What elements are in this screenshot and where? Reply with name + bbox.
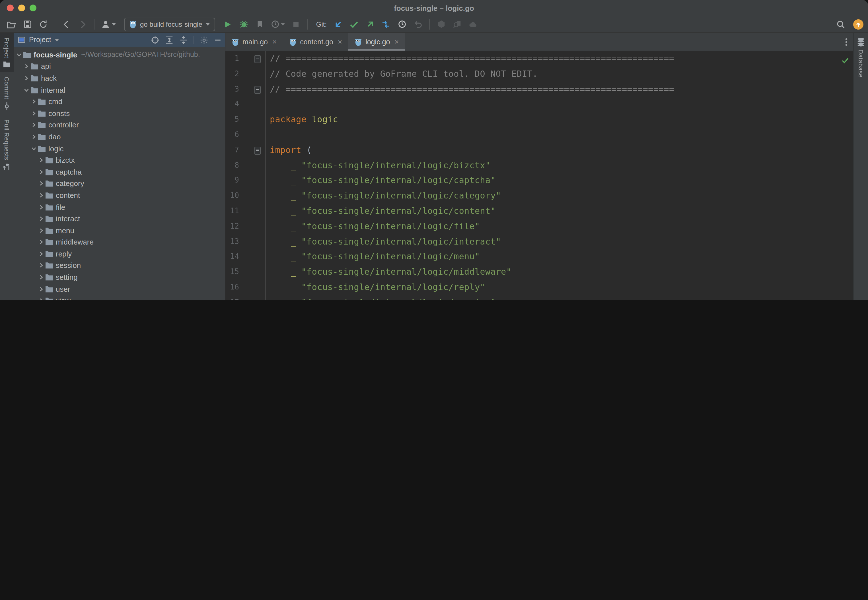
chevron-collapsed-icon[interactable] bbox=[23, 64, 30, 69]
stripe-tab-database[interactable]: Database bbox=[854, 33, 868, 82]
search-everywhere-icon[interactable] bbox=[834, 18, 848, 30]
chevron-expanded-icon[interactable] bbox=[23, 87, 30, 92]
forward-icon[interactable] bbox=[76, 18, 90, 30]
chevron-collapsed-icon[interactable] bbox=[38, 169, 45, 174]
tree-row-consts[interactable]: consts bbox=[14, 108, 225, 119]
fold-end-icon[interactable] bbox=[254, 86, 261, 94]
tree-row-category[interactable]: category bbox=[14, 178, 225, 189]
folder-icon bbox=[45, 156, 55, 164]
tree-row-captcha[interactable]: captcha bbox=[14, 166, 225, 178]
ide-update-icon[interactable] bbox=[853, 19, 863, 29]
git-update-icon[interactable] bbox=[331, 18, 345, 30]
tree-row-focus-single[interactable]: focus-single~/Workspace/Go/GOPATH/src/gi… bbox=[14, 49, 225, 61]
project-panel-title[interactable]: Project bbox=[29, 36, 51, 44]
open-icon[interactable] bbox=[5, 18, 18, 30]
tree-row-cmd[interactable]: cmd bbox=[14, 96, 225, 108]
history-icon[interactable] bbox=[395, 18, 409, 30]
stop-icon[interactable] bbox=[289, 18, 303, 30]
code-line-11: _ "focus-single/internal/logic/content" bbox=[266, 204, 853, 219]
tree-row-logic[interactable]: logic bbox=[14, 143, 225, 155]
chevron-collapsed-icon[interactable] bbox=[38, 240, 45, 245]
chevron-expanded-icon[interactable] bbox=[15, 52, 23, 58]
chevron-collapsed-icon[interactable] bbox=[30, 134, 38, 139]
git-commit-icon[interactable] bbox=[347, 18, 361, 30]
tab-options-icon[interactable] bbox=[839, 33, 853, 51]
tree-row-file[interactable]: file bbox=[14, 201, 225, 213]
chevron-collapsed-icon[interactable] bbox=[38, 193, 45, 198]
stripe-tab-commit[interactable]: Commit bbox=[0, 73, 14, 115]
tree-row-view[interactable]: view bbox=[14, 295, 225, 300]
gear-icon[interactable] bbox=[200, 36, 208, 44]
chevron-collapsed-icon[interactable] bbox=[38, 216, 45, 221]
chevron-collapsed-icon[interactable] bbox=[38, 298, 45, 300]
tree-row-reply[interactable]: reply bbox=[14, 248, 225, 260]
shelf-icon[interactable] bbox=[434, 18, 448, 30]
chevron-collapsed-icon[interactable] bbox=[38, 263, 45, 268]
save-icon[interactable] bbox=[20, 18, 34, 30]
expand-all-icon[interactable] bbox=[165, 36, 173, 44]
hide-panel-icon[interactable] bbox=[214, 36, 221, 44]
tree-row-dao[interactable]: dao bbox=[14, 131, 225, 142]
git-fetch-icon[interactable] bbox=[379, 18, 393, 30]
minimize-window-button[interactable] bbox=[18, 5, 25, 11]
tree-row-controller[interactable]: controller bbox=[14, 119, 225, 131]
code-editor[interactable]: 12345678910111213141516171819202122 // =… bbox=[225, 51, 853, 300]
close-window-button[interactable] bbox=[7, 5, 14, 11]
tree-row-setting[interactable]: setting bbox=[14, 271, 225, 283]
chevron-collapsed-icon[interactable] bbox=[30, 111, 38, 116]
chevron-collapsed-icon[interactable] bbox=[38, 252, 45, 256]
find-usages-icon[interactable] bbox=[450, 18, 464, 30]
chevron-collapsed-icon[interactable] bbox=[38, 181, 45, 186]
chevron-expanded-icon[interactable] bbox=[30, 146, 38, 151]
fold-start-icon[interactable] bbox=[254, 147, 261, 155]
collapse-all-icon[interactable] bbox=[179, 36, 188, 44]
editor-tab-content-go[interactable]: content.go× bbox=[283, 33, 348, 51]
chevron-collapsed-icon[interactable] bbox=[30, 99, 38, 104]
chevron-down-icon bbox=[281, 23, 285, 26]
chevron-collapsed-icon[interactable] bbox=[38, 275, 45, 280]
chevron-collapsed-icon[interactable] bbox=[23, 76, 30, 81]
tree-row-session[interactable]: session bbox=[14, 260, 225, 271]
chevron-down-icon[interactable] bbox=[55, 38, 59, 41]
stripe-tab-pull-requests[interactable]: Pull Requests bbox=[0, 115, 14, 176]
tree-row-hack[interactable]: hack bbox=[14, 72, 225, 84]
tree-row-content[interactable]: content bbox=[14, 189, 225, 201]
chevron-collapsed-icon[interactable] bbox=[38, 205, 45, 209]
tree-row-user[interactable]: user bbox=[14, 283, 225, 295]
cloud-icon[interactable] bbox=[466, 18, 480, 30]
close-icon[interactable]: × bbox=[338, 38, 342, 46]
folder-tool-icon bbox=[3, 61, 11, 68]
profile-icon[interactable] bbox=[99, 18, 119, 30]
editor-tab-logic-go[interactable]: logic.go× bbox=[348, 33, 405, 51]
tree-row-interact[interactable]: interact bbox=[14, 213, 225, 225]
tree-row-api[interactable]: api bbox=[14, 61, 225, 72]
zoom-window-button[interactable] bbox=[30, 5, 36, 11]
fold-start-icon[interactable] bbox=[254, 55, 261, 63]
run-configuration-select[interactable]: go build focus-single bbox=[124, 17, 216, 31]
debug-icon[interactable] bbox=[237, 18, 251, 30]
close-icon[interactable]: × bbox=[272, 38, 277, 46]
tree-row-bizctx[interactable]: bizctx bbox=[14, 155, 225, 166]
tree-row-middleware[interactable]: middleware bbox=[14, 236, 225, 248]
git-push-icon[interactable] bbox=[363, 18, 377, 30]
back-icon[interactable] bbox=[60, 18, 73, 30]
tree-row-menu[interactable]: menu bbox=[14, 225, 225, 236]
close-icon[interactable]: × bbox=[394, 38, 399, 46]
editor-tab-main-go[interactable]: main.go× bbox=[225, 33, 283, 51]
stripe-tab-label: Pull Requests bbox=[3, 120, 10, 161]
code-line-10: _ "focus-single/internal/logic/category" bbox=[266, 188, 853, 204]
chevron-collapsed-icon[interactable] bbox=[30, 123, 38, 128]
coverage-icon[interactable] bbox=[253, 18, 267, 30]
rollback-icon[interactable] bbox=[411, 18, 425, 30]
stripe-tab-project[interactable]: Project bbox=[0, 33, 14, 73]
chevron-collapsed-icon[interactable] bbox=[38, 228, 45, 233]
locate-file-icon[interactable] bbox=[151, 36, 160, 44]
folder-icon bbox=[45, 250, 55, 258]
sync-icon[interactable] bbox=[36, 18, 50, 30]
chevron-collapsed-icon[interactable] bbox=[38, 158, 45, 163]
profiler-icon[interactable] bbox=[269, 18, 287, 30]
run-icon[interactable] bbox=[221, 18, 235, 30]
inspection-ok-icon[interactable] bbox=[841, 56, 850, 65]
chevron-collapsed-icon[interactable] bbox=[38, 286, 45, 291]
tree-row-internal[interactable]: internal bbox=[14, 84, 225, 96]
